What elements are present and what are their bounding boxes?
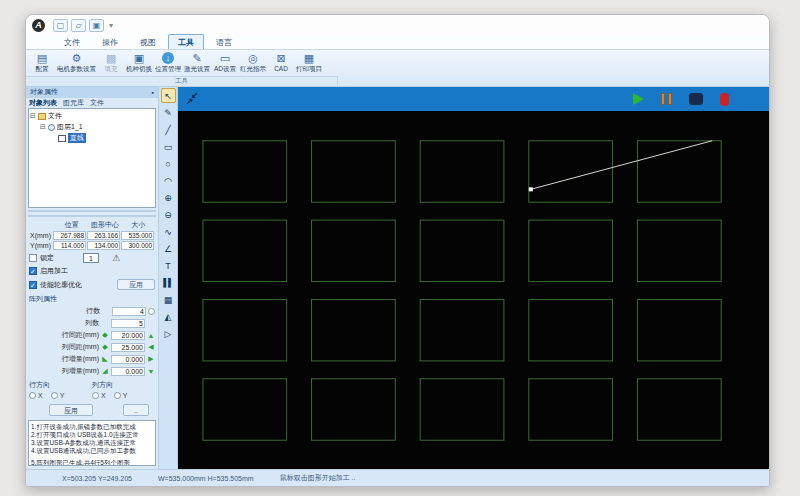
save-file-icon[interactable]: ▣ [89,19,104,32]
menu-tab-5[interactable]: 语言 [206,34,242,49]
ellipse-tool[interactable]: ○ [161,156,176,171]
pen-number-input[interactable]: 1 [83,253,99,263]
row-direction-option-X[interactable]: X [29,392,43,399]
ribbon-button-2[interactable]: ⚙电机参数设置 [57,52,96,74]
menu-tab-4[interactable]: 工具 [168,34,204,49]
array-field-input[interactable]: 0.000 [111,367,145,376]
line-start-handle[interactable] [529,187,533,191]
canvas-svg [178,111,769,469]
stop-button[interactable] [689,93,703,105]
circle-plus-tool-glyph: ⊕ [164,193,172,203]
array-apply-button[interactable]: 应用 [49,404,93,416]
arc-tool[interactable]: ◠ [161,173,176,188]
quick-access-toolbar: ▢▱▣ [53,19,107,32]
circle-plus-tool[interactable]: ⊕ [161,190,176,205]
open-file-icon[interactable]: ▱ [71,19,86,32]
tree-item-2[interactable]: ⊟图层1_1 [30,122,154,133]
start-button[interactable] [633,93,644,105]
tree-expand-icon[interactable]: ⊟ [30,112,38,120]
menu-tab-2[interactable]: 操作 [92,34,128,49]
ribbon-button-9[interactable]: ⊠CAD [269,52,293,72]
fit-view-icon[interactable]: ↙↗ [186,92,200,106]
array-field-5: 行增量(mm)◣0.000▶ [29,354,155,364]
title-bar: A ▢▱▣ ▾ [26,15,769,35]
import-tool[interactable]: ◭ [161,309,176,324]
tree-item-1[interactable]: ⊟文件 [30,111,154,122]
array-field-label: 行间距(mm) [62,330,99,340]
panel-tab-3[interactable]: 文件 [90,98,104,108]
ribbon-button-7[interactable]: ▭AD设置 [213,52,237,74]
quick-access-caret-icon[interactable]: ▾ [109,21,113,30]
array-field-label: 列数 [85,318,99,328]
polyline-tool[interactable]: ∠ [161,241,176,256]
array-more-button[interactable]: .. [123,404,149,416]
spin-right-icon[interactable]: ▼ [147,368,155,375]
spin-left-icon[interactable]: ◆ [101,331,109,339]
simulate-tool[interactable]: ▷ [161,326,176,341]
spin-left-icon[interactable]: ◣ [101,355,109,363]
ribbon-button-5[interactable]: ↓位置管理 [155,52,181,74]
line-tool[interactable]: ╱ [161,122,176,137]
emergency-button[interactable] [720,93,729,106]
line-tool-glyph: ╱ [165,125,170,135]
lock-checkbox[interactable] [29,254,37,262]
array-field-input[interactable]: 4 [112,307,146,316]
apply-button-small[interactable]: 应用 [117,279,155,290]
position-row-label: X(mm) [29,232,53,239]
array-field-input[interactable]: 20.000 [111,331,145,340]
row-direction-option-Y[interactable]: Y [51,392,65,399]
radio-circle-icon [29,392,36,399]
ribbon-button-8[interactable]: ◎红光指示 [240,52,266,74]
tree-item-3[interactable]: 直线 [30,133,154,144]
object-properties-panel: 对象属性 ▪ 对象列表图元库文件 ⊟文件⊟图层1_1直线 位置图形中心大小 X(… [26,87,159,469]
text-tool[interactable]: T [161,258,176,273]
enable-process-checkbox[interactable]: ✓ [29,267,37,275]
spin-left-icon[interactable]: ◢ [101,367,109,375]
barcode-tool[interactable]: ▌▌ [161,275,176,290]
array-field-input[interactable]: 25.000 [111,343,145,352]
spin-right-icon[interactable]: ◀ [147,343,155,351]
position-value-2-3[interactable]: 300.000 [121,241,154,250]
motor-params-icon: ⚙ [72,52,82,64]
position-value-1-2[interactable]: 263.166 [87,231,120,240]
position-value-2-1[interactable]: 114.000 [53,241,86,250]
position-header-1: 位置 [55,220,88,230]
node-edit-tool[interactable]: ✎ [161,105,176,120]
tree-expand-icon[interactable]: ⊟ [40,123,48,131]
position-value-1-3[interactable]: 535.000 [121,231,154,240]
spline-tool[interactable]: ∿ [161,224,176,239]
rectangle-tool-glyph: ▭ [164,142,173,152]
position-value-2-2[interactable]: 134.000 [87,241,120,250]
circle-minus-tool[interactable]: ⊖ [161,207,176,222]
spin-right-icon[interactable]: ▶ [147,355,155,363]
tree-item-label: 文件 [48,111,62,121]
array-field-input[interactable]: 5 [111,319,145,328]
bitmap-tool[interactable]: ▦ [161,292,176,307]
position-value-1-1[interactable]: 267.988 [53,231,86,240]
ribbon-button-6[interactable]: ✎激光设置 [184,52,210,74]
col-direction-option-X[interactable]: X [92,392,106,399]
ribbon-button-1[interactable]: ▤配置 [30,52,54,74]
col-direction-option-Y[interactable]: Y [114,392,128,399]
menu-tab-3[interactable]: 视图 [130,34,166,49]
pin-icon[interactable]: ▪ [152,89,154,96]
spin-right-icon[interactable]: ▲ [147,332,155,339]
select-tool[interactable]: ↖ [161,88,176,103]
panel-tab-1[interactable]: 对象列表 [29,98,57,108]
array-field-input[interactable]: 0.000 [111,355,145,364]
pause-button[interactable] [661,93,672,105]
panel-splitter[interactable] [28,210,156,217]
ribbon-button-10[interactable]: ▦打印项目 [296,52,322,74]
new-file-icon[interactable]: ▢ [53,19,68,32]
optimize-checkbox[interactable]: ✓ [29,281,37,289]
lock-label: 锁定 [40,253,54,263]
panel-tab-2[interactable]: 图元库 [63,98,84,108]
col-direction-label: 列方向 [92,380,155,390]
menu-tab-1[interactable]: 文件 [54,34,90,49]
spin-left-icon[interactable]: ◆ [101,343,109,351]
ribbon-button-4[interactable]: ▣机种切换 [126,52,152,74]
drawing-canvas[interactable] [178,111,769,469]
ribbon-button-3[interactable]: ▩填充 [99,52,123,74]
position-row-label: Y(mm) [29,242,53,249]
rectangle-tool[interactable]: ▭ [161,139,176,154]
